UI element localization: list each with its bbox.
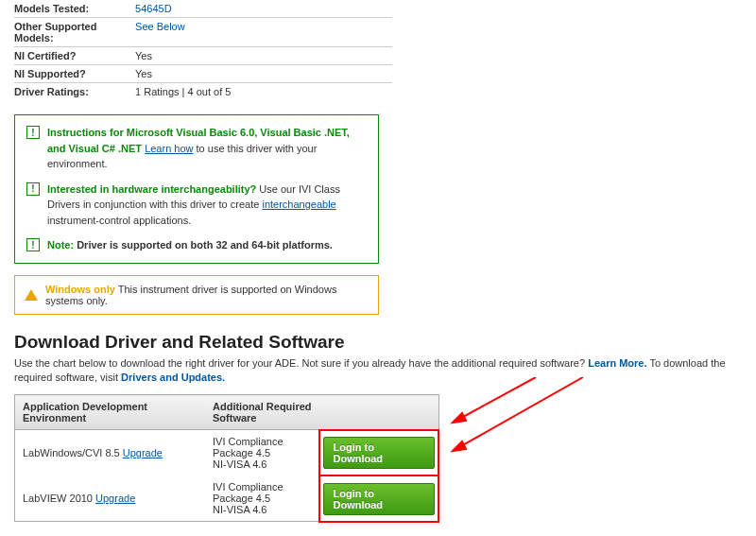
interchange-bold: Interested in hardware interchangeabilit…	[47, 183, 256, 195]
learn-more-link[interactable]: Learn More.	[588, 357, 646, 369]
info-icon: !	[26, 238, 40, 251]
ratings-value: 1 Ratings | 4 out of 5	[126, 83, 392, 101]
annotation-arrow-2	[441, 377, 593, 462]
interchange-tail: instrument-control applications.	[47, 215, 191, 226]
certified-label: NI Certified?	[14, 47, 126, 65]
windows-warning-box: Windows only This instrument driver is s…	[14, 275, 379, 315]
info-table: Models Tested: 54645D Other Supported Mo…	[14, 0, 392, 100]
platform-note: Driver is supported on both 32 and 64-bi…	[74, 239, 333, 251]
interchangeable-link[interactable]: interchangeable	[262, 199, 335, 210]
models-tested-label: Models Tested:	[14, 0, 126, 18]
green-notice-box: ! Instructions for Microsoft Visual Basi…	[14, 114, 379, 264]
req-line2: NI-VISA 4.6	[213, 504, 266, 515]
table-row: LabVIEW 2010 Upgrade IVI Compliance Pack…	[15, 475, 439, 522]
note-label: Note:	[47, 239, 74, 251]
download-blurb: Use the chart below to download the righ…	[14, 356, 742, 386]
windows-only-bold: Windows only	[45, 284, 115, 295]
login-download-button[interactable]: Login to Download	[323, 437, 436, 469]
upgrade-link[interactable]: Upgrade	[123, 447, 163, 458]
models-tested-link[interactable]: 54645D	[135, 3, 172, 14]
ratings-label: Driver Ratings:	[14, 83, 126, 101]
info-icon: !	[26, 126, 40, 139]
warning-icon	[25, 289, 38, 301]
req-line1: IVI Compliance Package 4.5	[213, 481, 284, 504]
other-models-label: Other Supported Models:	[14, 18, 126, 47]
login-download-button[interactable]: Login to Download	[323, 483, 436, 515]
download-heading: Download Driver and Related Software	[14, 332, 742, 353]
req-line2: NI-VISA 4.6	[213, 458, 266, 470]
th-req: Additional Required Software	[205, 395, 319, 430]
download-table: Application Development Environment Addi…	[14, 394, 439, 523]
certified-value: Yes	[126, 47, 392, 65]
ade-name: LabVIEW 2010	[23, 493, 95, 504]
svg-marker-3	[453, 441, 466, 451]
see-below-link[interactable]: See Below	[135, 21, 185, 32]
info-icon: !	[26, 182, 40, 196]
req-line1: IVI Compliance Package 4.5	[213, 436, 284, 458]
table-row: LabWindows/CVI 8.5 Upgrade IVI Complianc…	[15, 430, 439, 476]
supported-label: NI Supported?	[14, 65, 126, 83]
supported-value: Yes	[126, 65, 392, 83]
ade-name: LabWindows/CVI 8.5	[23, 447, 123, 458]
learn-how-link[interactable]: Learn how	[145, 143, 193, 154]
drivers-updates-link[interactable]: Drivers and Updates.	[121, 372, 225, 383]
svg-line-2	[453, 377, 583, 451]
th-ade: Application Development Environment	[15, 395, 206, 430]
upgrade-link[interactable]: Upgrade	[95, 493, 135, 504]
